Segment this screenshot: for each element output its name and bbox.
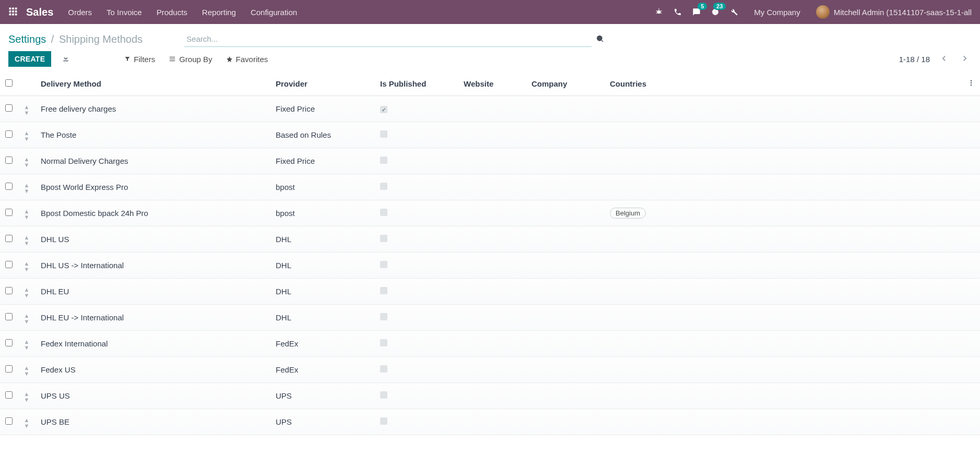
drag-handle-icon[interactable]: ▲▼ <box>24 130 30 142</box>
wrench-icon[interactable] <box>730 8 738 16</box>
cell-countries <box>605 226 962 253</box>
favorites-button[interactable]: Favorites <box>226 55 268 64</box>
table-row[interactable]: ▲▼UPS BEUPS <box>0 409 980 435</box>
table-row[interactable]: ▲▼Fedex InternationalFedEx <box>0 331 980 357</box>
breadcrumb-separator: / <box>51 33 54 45</box>
phone-icon[interactable] <box>674 8 682 16</box>
drag-handle-icon[interactable]: ▲▼ <box>24 235 30 246</box>
row-checkbox[interactable] <box>5 339 13 346</box>
menu-configuration[interactable]: Configuration <box>251 8 297 17</box>
cell-provider: FedEx <box>270 357 375 383</box>
table-row[interactable]: ▲▼DHL EU -> InternationalDHL <box>0 305 980 331</box>
cell-method: Bpost Domestic bpack 24h Pro <box>36 200 270 226</box>
cell-website <box>458 253 526 279</box>
table-row[interactable]: ▲▼Bpost Domestic bpack 24h ProbpostBelgi… <box>0 200 980 226</box>
bug-icon[interactable] <box>655 8 663 16</box>
cell-company <box>526 122 605 148</box>
company-selector[interactable]: My Company <box>754 8 800 17</box>
row-checkbox[interactable] <box>5 104 13 112</box>
row-checkbox[interactable] <box>5 391 13 399</box>
columns-menu-icon[interactable] <box>962 72 980 96</box>
pager-next[interactable] <box>958 53 972 66</box>
row-checkbox[interactable] <box>5 209 13 216</box>
row-checkbox[interactable] <box>5 365 13 373</box>
messages-icon[interactable]: 5 <box>692 8 701 16</box>
drag-handle-icon[interactable]: ▲▼ <box>24 417 30 429</box>
group-by-button[interactable]: Group By <box>169 55 212 64</box>
create-button[interactable]: CREATE <box>8 51 51 67</box>
drag-handle-icon[interactable]: ▲▼ <box>24 365 30 377</box>
drag-handle-icon[interactable]: ▲▼ <box>24 104 30 116</box>
app-brand[interactable]: Sales <box>26 6 53 18</box>
pager-prev[interactable] <box>937 53 951 66</box>
svg-rect-7 <box>12 14 14 16</box>
drag-handle-icon[interactable]: ▲▼ <box>24 391 30 403</box>
filters-button[interactable]: Filters <box>124 55 155 64</box>
header-countries[interactable]: Countries <box>605 72 962 96</box>
menu-orders[interactable]: Orders <box>68 8 92 17</box>
header-published[interactable]: Is Published <box>375 72 458 96</box>
row-checkbox[interactable] <box>5 183 13 190</box>
apps-icon[interactable] <box>8 7 19 17</box>
drag-handle-icon[interactable]: ▲▼ <box>24 183 30 194</box>
row-checkbox[interactable] <box>5 235 13 242</box>
cell-method: Normal Delivery Charges <box>36 148 270 174</box>
drag-handle-icon[interactable]: ▲▼ <box>24 339 30 351</box>
select-all-checkbox[interactable] <box>5 79 13 87</box>
published-indicator-icon <box>380 287 387 294</box>
cell-provider: bpost <box>270 174 375 200</box>
table-row[interactable]: ▲▼The PosteBased on Rules <box>0 122 980 148</box>
svg-rect-0 <box>9 8 11 10</box>
row-checkbox[interactable] <box>5 313 13 320</box>
table-row[interactable]: ▲▼DHL US -> InternationalDHL <box>0 253 980 279</box>
table-row[interactable]: ▲▼Bpost World Express Probpost <box>0 174 980 200</box>
table-row[interactable]: ▲▼DHL USDHL <box>0 226 980 253</box>
svg-rect-3 <box>9 10 11 13</box>
menu-to-invoice[interactable]: To Invoice <box>107 8 142 17</box>
drag-handle-icon[interactable]: ▲▼ <box>24 313 30 325</box>
cell-company <box>526 174 605 200</box>
svg-point-23 <box>971 85 972 86</box>
cell-company <box>526 226 605 253</box>
cell-provider: DHL <box>270 279 375 305</box>
table-row[interactable]: ▲▼Normal Delivery ChargesFixed Price <box>0 148 980 174</box>
table-row[interactable]: ▲▼Free delivery chargesFixed Price <box>0 96 980 122</box>
pager-value[interactable]: 1-18 / 18 <box>899 55 930 64</box>
cell-countries <box>605 148 962 174</box>
drag-handle-icon[interactable]: ▲▼ <box>24 261 30 272</box>
svg-rect-8 <box>15 14 17 16</box>
menu-products[interactable]: Products <box>157 8 187 17</box>
table-row[interactable]: ▲▼Fedex USFedEx <box>0 357 980 383</box>
row-checkbox[interactable] <box>5 417 13 425</box>
header-website[interactable]: Website <box>458 72 526 96</box>
cell-provider: UPS <box>270 383 375 409</box>
drag-handle-icon[interactable]: ▲▼ <box>24 157 30 168</box>
row-checkbox[interactable] <box>5 287 13 294</box>
cell-method: The Poste <box>36 122 270 148</box>
country-tag[interactable]: Belgium <box>610 208 646 219</box>
cell-countries <box>605 96 962 122</box>
drag-handle-icon[interactable]: ▲▼ <box>24 209 30 220</box>
menu-reporting[interactable]: Reporting <box>202 8 236 17</box>
navbar-right: 5 23 My Company Mitchell Admin (15141107… <box>655 5 972 19</box>
header-method[interactable]: Delivery Method <box>36 72 270 96</box>
search-icon[interactable] <box>596 34 604 44</box>
user-menu[interactable]: Mitchell Admin (15141107-saas-15-1-all <box>816 5 972 19</box>
row-checkbox[interactable] <box>5 261 13 268</box>
table-row[interactable]: ▲▼UPS USUPS <box>0 383 980 409</box>
cell-company <box>526 357 605 383</box>
header-provider[interactable]: Provider <box>270 72 375 96</box>
activity-icon[interactable]: 23 <box>711 8 719 16</box>
table-row[interactable]: ▲▼DHL EUDHL <box>0 279 980 305</box>
row-checkbox[interactable] <box>5 157 13 164</box>
published-indicator-icon <box>380 339 387 346</box>
cell-published <box>375 200 458 226</box>
download-icon[interactable] <box>62 54 70 64</box>
breadcrumb-active: Shipping Methods <box>59 33 143 45</box>
search-input[interactable] <box>184 31 592 47</box>
breadcrumb-root[interactable]: Settings <box>8 33 46 45</box>
published-indicator-icon <box>380 391 387 399</box>
row-checkbox[interactable] <box>5 130 13 138</box>
header-company[interactable]: Company <box>526 72 605 96</box>
drag-handle-icon[interactable]: ▲▼ <box>24 287 30 298</box>
